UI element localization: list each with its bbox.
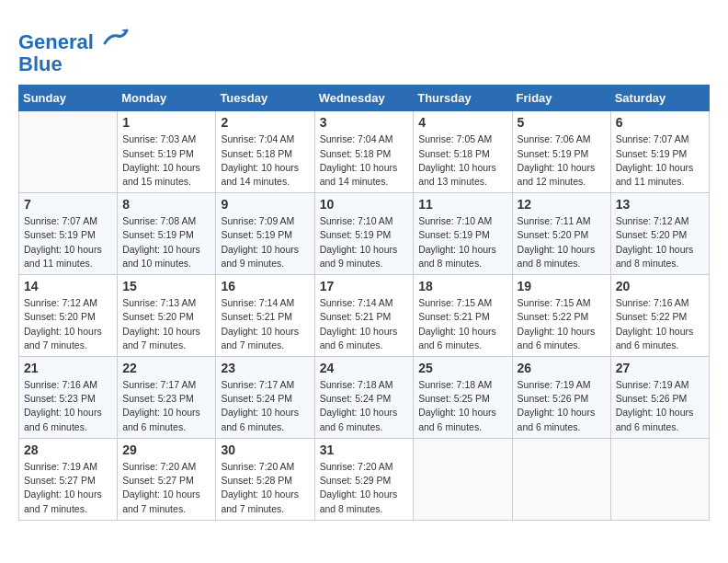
day-info: Sunrise: 7:06 AM Sunset: 5:19 PM Dayligh… <box>518 132 606 189</box>
calendar-cell: 11Sunrise: 7:10 AM Sunset: 5:19 PM Dayli… <box>414 193 512 275</box>
day-number: 16 <box>221 279 309 293</box>
day-info: Sunrise: 7:03 AM Sunset: 5:19 PM Dayligh… <box>122 132 210 189</box>
day-info: Sunrise: 7:14 AM Sunset: 5:21 PM Dayligh… <box>320 296 409 352</box>
weekday-header-wednesday: Wednesday <box>314 86 414 111</box>
day-info: Sunrise: 7:12 AM Sunset: 5:20 PM Dayligh… <box>24 296 112 352</box>
day-info: Sunrise: 7:04 AM Sunset: 5:18 PM Dayligh… <box>320 132 409 189</box>
day-info: Sunrise: 7:13 AM Sunset: 5:20 PM Dayligh… <box>122 296 210 352</box>
calendar-cell: 28Sunrise: 7:19 AM Sunset: 5:27 PM Dayli… <box>19 438 118 520</box>
weekday-header-sunday: Sunday <box>19 86 118 111</box>
day-info: Sunrise: 7:12 AM Sunset: 5:20 PM Dayligh… <box>616 214 704 270</box>
day-info: Sunrise: 7:18 AM Sunset: 5:24 PM Dayligh… <box>320 378 409 434</box>
calendar-cell: 16Sunrise: 7:14 AM Sunset: 5:21 PM Dayli… <box>216 275 314 357</box>
day-number: 27 <box>616 361 704 375</box>
day-number: 21 <box>24 361 112 375</box>
day-info: Sunrise: 7:14 AM Sunset: 5:21 PM Dayligh… <box>221 296 309 352</box>
calendar-cell: 6Sunrise: 7:07 AM Sunset: 5:19 PM Daylig… <box>610 111 709 193</box>
day-number: 26 <box>518 361 606 375</box>
calendar-week-1: 1Sunrise: 7:03 AM Sunset: 5:19 PM Daylig… <box>19 111 710 193</box>
calendar-cell <box>512 438 610 520</box>
calendar-cell: 1Sunrise: 7:03 AM Sunset: 5:19 PM Daylig… <box>118 111 216 193</box>
day-info: Sunrise: 7:15 AM Sunset: 5:22 PM Dayligh… <box>518 296 606 352</box>
day-number: 2 <box>221 115 309 130</box>
logo-bird-icon <box>103 23 129 49</box>
weekday-header-friday: Friday <box>512 86 610 111</box>
day-number: 17 <box>320 279 409 293</box>
day-number: 1 <box>122 115 210 130</box>
day-info: Sunrise: 7:15 AM Sunset: 5:21 PM Dayligh… <box>418 296 506 352</box>
calendar-cell: 20Sunrise: 7:16 AM Sunset: 5:22 PM Dayli… <box>610 275 709 357</box>
calendar-cell: 14Sunrise: 7:12 AM Sunset: 5:20 PM Dayli… <box>19 275 118 357</box>
calendar-cell <box>414 438 512 520</box>
day-number: 23 <box>221 361 309 375</box>
calendar-header: SundayMondayTuesdayWednesdayThursdayFrid… <box>19 86 710 111</box>
day-number: 20 <box>616 279 704 293</box>
day-number: 7 <box>24 197 112 212</box>
day-number: 8 <box>122 197 210 212</box>
day-number: 4 <box>418 115 506 130</box>
calendar-cell: 15Sunrise: 7:13 AM Sunset: 5:20 PM Dayli… <box>118 275 216 357</box>
calendar-cell: 18Sunrise: 7:15 AM Sunset: 5:21 PM Dayli… <box>414 275 512 357</box>
day-number: 10 <box>320 197 409 212</box>
weekday-header-monday: Monday <box>118 86 216 111</box>
day-info: Sunrise: 7:07 AM Sunset: 5:19 PM Dayligh… <box>616 132 704 189</box>
day-number: 31 <box>320 442 409 457</box>
calendar-cell: 7Sunrise: 7:07 AM Sunset: 5:19 PM Daylig… <box>19 193 118 275</box>
day-info: Sunrise: 7:18 AM Sunset: 5:25 PM Dayligh… <box>418 378 506 434</box>
day-info: Sunrise: 7:16 AM Sunset: 5:22 PM Dayligh… <box>616 296 704 352</box>
logo-blue: Blue <box>18 52 63 75</box>
day-number: 25 <box>418 361 506 375</box>
day-number: 14 <box>24 279 112 293</box>
calendar-week-3: 14Sunrise: 7:12 AM Sunset: 5:20 PM Dayli… <box>19 275 710 357</box>
calendar-body: 1Sunrise: 7:03 AM Sunset: 5:19 PM Daylig… <box>19 111 710 520</box>
calendar-cell: 22Sunrise: 7:17 AM Sunset: 5:23 PM Dayli… <box>118 357 216 439</box>
day-number: 15 <box>122 279 210 293</box>
calendar-cell: 25Sunrise: 7:18 AM Sunset: 5:25 PM Dayli… <box>414 357 512 439</box>
calendar-cell: 26Sunrise: 7:19 AM Sunset: 5:26 PM Dayli… <box>512 357 610 439</box>
day-number: 22 <box>122 361 210 375</box>
day-info: Sunrise: 7:09 AM Sunset: 5:19 PM Dayligh… <box>221 214 309 270</box>
day-number: 5 <box>518 115 606 130</box>
calendar-cell: 27Sunrise: 7:19 AM Sunset: 5:26 PM Dayli… <box>610 357 709 439</box>
calendar-cell: 30Sunrise: 7:20 AM Sunset: 5:28 PM Dayli… <box>216 438 314 520</box>
day-info: Sunrise: 7:16 AM Sunset: 5:23 PM Dayligh… <box>24 378 112 434</box>
logo-general: General <box>18 30 94 53</box>
logo: General Blue <box>18 23 129 75</box>
day-number: 29 <box>122 442 210 457</box>
day-info: Sunrise: 7:17 AM Sunset: 5:24 PM Dayligh… <box>221 378 309 434</box>
calendar-week-2: 7Sunrise: 7:07 AM Sunset: 5:19 PM Daylig… <box>19 193 710 275</box>
calendar-cell: 8Sunrise: 7:08 AM Sunset: 5:19 PM Daylig… <box>118 193 216 275</box>
calendar-cell: 12Sunrise: 7:11 AM Sunset: 5:20 PM Dayli… <box>512 193 610 275</box>
day-number: 3 <box>320 115 409 130</box>
calendar-cell <box>610 438 709 520</box>
day-info: Sunrise: 7:11 AM Sunset: 5:20 PM Dayligh… <box>518 214 606 270</box>
calendar-cell: 29Sunrise: 7:20 AM Sunset: 5:27 PM Dayli… <box>118 438 216 520</box>
day-number: 30 <box>221 442 309 457</box>
weekday-header-thursday: Thursday <box>414 86 512 111</box>
day-number: 24 <box>320 361 409 375</box>
day-number: 28 <box>24 442 112 457</box>
calendar-cell: 2Sunrise: 7:04 AM Sunset: 5:18 PM Daylig… <box>216 111 314 193</box>
day-number: 11 <box>418 197 506 212</box>
calendar-week-5: 28Sunrise: 7:19 AM Sunset: 5:27 PM Dayli… <box>19 438 710 520</box>
weekday-header-saturday: Saturday <box>610 86 709 111</box>
calendar-week-4: 21Sunrise: 7:16 AM Sunset: 5:23 PM Dayli… <box>19 357 710 439</box>
calendar-cell: 4Sunrise: 7:05 AM Sunset: 5:18 PM Daylig… <box>414 111 512 193</box>
calendar-cell: 19Sunrise: 7:15 AM Sunset: 5:22 PM Dayli… <box>512 275 610 357</box>
day-info: Sunrise: 7:07 AM Sunset: 5:19 PM Dayligh… <box>24 214 112 270</box>
calendar-cell: 24Sunrise: 7:18 AM Sunset: 5:24 PM Dayli… <box>314 357 414 439</box>
day-info: Sunrise: 7:10 AM Sunset: 5:19 PM Dayligh… <box>418 214 506 270</box>
calendar-cell <box>19 111 118 193</box>
calendar-cell: 9Sunrise: 7:09 AM Sunset: 5:19 PM Daylig… <box>216 193 314 275</box>
day-number: 13 <box>616 197 704 212</box>
calendar-cell: 3Sunrise: 7:04 AM Sunset: 5:18 PM Daylig… <box>314 111 414 193</box>
day-info: Sunrise: 7:17 AM Sunset: 5:23 PM Dayligh… <box>122 378 210 434</box>
day-number: 19 <box>518 279 606 293</box>
header: General Blue <box>18 18 710 75</box>
day-number: 12 <box>518 197 606 212</box>
day-info: Sunrise: 7:19 AM Sunset: 5:26 PM Dayligh… <box>616 378 704 434</box>
day-number: 6 <box>616 115 704 130</box>
day-info: Sunrise: 7:20 AM Sunset: 5:29 PM Dayligh… <box>320 460 409 516</box>
day-info: Sunrise: 7:05 AM Sunset: 5:18 PM Dayligh… <box>418 132 506 189</box>
calendar-cell: 21Sunrise: 7:16 AM Sunset: 5:23 PM Dayli… <box>19 357 118 439</box>
